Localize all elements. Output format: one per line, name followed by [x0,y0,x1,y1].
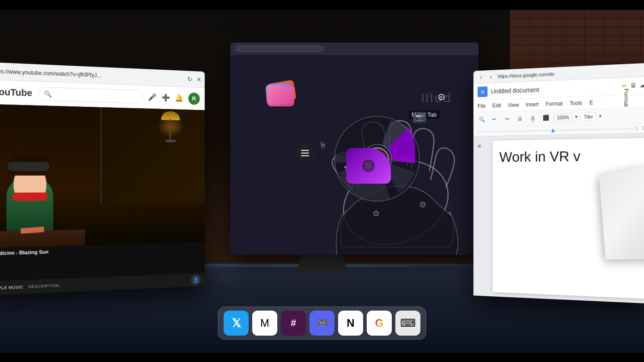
youtube-reload-btn[interactable]: ↻ [187,76,192,83]
dock-icon-twitter[interactable]: 𝕏 [224,311,249,336]
docs-sidebar-icons: ≡ [478,141,489,292]
docs-toolbar-spell[interactable]: A̲ [528,113,538,123]
format-menu-label[interactable]: Format [622,87,631,109]
discord-icon: 🎮 [316,317,328,329]
docs-menu-file[interactable]: File [478,103,486,109]
docs-forward-btn[interactable]: › [487,72,495,81]
youtube-logo: YouTube [0,87,32,99]
mouse-icon[interactable]: 🖱 [319,141,327,150]
yt-avatar-small: 👤 [191,274,201,285]
youtube-avatar[interactable]: R [188,92,200,105]
docs-toolbar-print[interactable]: 🖨 [515,113,525,124]
docs-toolbar-redo[interactable]: ↪ [502,113,512,124]
dock-icon-discord[interactable]: 🎮 [309,311,335,336]
app-dock: 𝕏 M # 🎮 N G ⌨ [218,307,426,340]
docs-nav-buttons: ‹ › [477,72,495,81]
youtube-content: Medicine - Blazing Sun APPLE MUSIC DESCR… [0,104,205,295]
dock-icon-gmail[interactable]: M [252,311,277,336]
docs-monitor-icon[interactable]: 🖥 [630,81,637,90]
controller-btn-icon: ⬛ [365,163,372,169]
center-vr-window: ✕ Make Tab 📷 ⚙ ⚙ 🖱 ⬛ [230,42,479,255]
youtube-search-icon: 🔍 [44,90,52,97]
docs-page-content: Work in VR v [500,147,639,165]
gear-icon-bottom[interactable]: ⚙ [373,209,380,219]
center-url-bar[interactable] [235,45,324,52]
docs-bullet-icon[interactable]: ≡ [478,143,489,150]
youtube-mic-icon[interactable]: 🎤 [148,93,157,101]
docs-back-btn[interactable]: ‹ [477,72,485,81]
youtube-add-icon[interactable]: ➕ [161,93,170,102]
docs-menu-tools[interactable]: Tools [570,100,582,106]
youtube-close-btn[interactable]: ✕ [196,76,201,83]
keyboard-icon: ⌨ [400,317,416,329]
dock-icon-keyboard[interactable]: ⌨ [395,311,420,336]
docs-menu-format[interactable]: Format [546,100,563,107]
docs-toolbar-paint[interactable]: ⬛ [541,112,551,123]
docs-ruler-marks [478,126,633,134]
docs-app-icon: ≡ [478,86,487,97]
docs-menu-view[interactable]: View [508,101,519,108]
youtube-video-bg [0,104,205,248]
docs-cloud-icon[interactable]: ☁ [640,81,644,90]
vr-bg-text: Illuⅾ [421,91,452,105]
top-bar [0,0,644,10]
notion-icon: N [347,317,354,329]
docs-url: https://docs.google.com/do [498,67,644,79]
center-content: ✕ Make Tab 📷 ⚙ ⚙ 🖱 ⬛ [230,55,479,255]
youtube-video-area: Medicine - Blazing Sun [0,104,205,295]
youtube-bell-icon[interactable]: 🔔 [175,94,183,102]
apple-music-badge: APPLE MUSIC [0,285,24,290]
center-titlebar [230,42,479,55]
docs-style-select[interactable]: Title [580,112,596,121]
google-icon: G [375,317,384,329]
youtube-search-bar[interactable]: 🔍 [38,87,143,104]
docs-menu-insert[interactable]: Insert [526,101,539,108]
docs-ruler-number-right: 1 [640,126,644,131]
description-label: DESCRIPTION [28,283,59,289]
twitter-icon: 𝕏 [232,316,241,330]
dock-icon-google[interactable]: G [367,311,392,336]
docs-toolbar-search[interactable]: 🔍 [477,114,487,125]
docs-style-dropdown[interactable]: ▾ [599,113,602,119]
docs-zoom-dropdown[interactable]: ▾ [575,114,578,120]
docs-zoom-level[interactable]: 100% [554,113,572,122]
dock-icon-slack[interactable]: # [281,311,306,336]
docs-icon-letter: ≡ [481,88,484,95]
docs-toolbar-undo[interactable]: ↩ [489,114,500,124]
controller-center-btn[interactable]: ⬛ [362,160,375,172]
youtube-url: https://www.youtube.com/watch?v=jfKfPfyJ… [0,67,185,82]
paper-fold-effect [599,165,644,259]
youtube-window: https://www.youtube.com/watch?v=jfKfPfyJ… [0,62,205,295]
gmail-icon: M [260,317,269,329]
dock-icon-notion[interactable]: N [338,311,363,336]
slack-icon: # [291,317,296,329]
gear-icon-bottom-right[interactable]: ⚙ [419,200,426,210]
mouse-cursor [438,94,445,100]
docs-ruler-number-left: 1 [633,126,640,131]
bottom-bar [0,353,644,362]
docs-menu-ext[interactable]: E [589,99,593,105]
docs-menu-edit[interactable]: Edit [492,102,501,109]
docs-title[interactable]: Untitled document [491,86,539,95]
camera-icon[interactable]: 📷 [413,112,426,122]
